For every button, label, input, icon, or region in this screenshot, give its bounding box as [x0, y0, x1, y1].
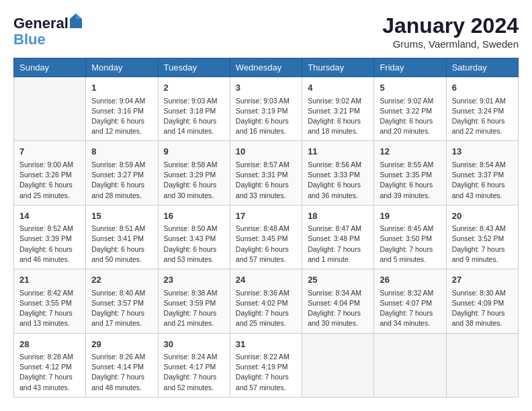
day-number: 12 — [380, 145, 440, 158]
calendar-cell: 6Sunrise: 9:01 AMSunset: 3:24 PMDaylight… — [446, 77, 518, 141]
day-number: 6 — [452, 81, 513, 95]
day-number: 25 — [308, 273, 368, 287]
day-number: 20 — [452, 210, 513, 223]
day-info: Sunrise: 8:54 AMSunset: 3:37 PMDaylight:… — [452, 160, 513, 201]
day-number: 21 — [19, 273, 80, 287]
calendar-cell: 10Sunrise: 8:57 AMSunset: 3:31 PMDayligh… — [230, 141, 302, 205]
calendar-cell: 25Sunrise: 8:34 AMSunset: 4:04 PMDayligh… — [302, 269, 374, 333]
day-info: Sunrise: 8:36 AMSunset: 4:02 PMDaylight:… — [236, 288, 296, 329]
day-number: 8 — [91, 145, 152, 158]
day-info: Sunrise: 9:02 AMSunset: 3:22 PMDaylight:… — [380, 96, 440, 137]
day-number: 2 — [164, 81, 224, 95]
day-number: 29 — [91, 338, 152, 351]
calendar-cell: 5Sunrise: 9:02 AMSunset: 3:22 PMDaylight… — [374, 77, 446, 141]
calendar-cell: 9Sunrise: 8:58 AMSunset: 3:29 PMDaylight… — [158, 141, 230, 205]
calendar-cell: 8Sunrise: 8:59 AMSunset: 3:27 PMDaylight… — [86, 141, 158, 205]
day-info: Sunrise: 8:57 AMSunset: 3:31 PMDaylight:… — [236, 160, 296, 201]
weekday-header-tuesday: Tuesday — [158, 58, 230, 77]
day-info: Sunrise: 9:03 AMSunset: 3:19 PMDaylight:… — [236, 96, 296, 137]
day-info: Sunrise: 8:58 AMSunset: 3:29 PMDaylight:… — [164, 160, 224, 201]
day-number: 17 — [236, 210, 296, 223]
calendar-cell: 13Sunrise: 8:54 AMSunset: 3:37 PMDayligh… — [446, 141, 518, 205]
day-number: 15 — [91, 210, 152, 223]
day-number: 1 — [91, 81, 152, 95]
calendar-cell: 7Sunrise: 9:00 AMSunset: 3:26 PMDaylight… — [14, 141, 86, 205]
day-number: 19 — [380, 210, 440, 223]
day-number: 30 — [164, 338, 224, 351]
location: Grums, Vaermland, Sweden — [382, 38, 519, 50]
calendar-cell: 19Sunrise: 8:45 AMSunset: 3:50 PMDayligh… — [374, 205, 446, 269]
day-number: 11 — [308, 145, 368, 158]
day-info: Sunrise: 9:03 AMSunset: 3:18 PMDaylight:… — [164, 96, 224, 137]
day-number: 24 — [236, 273, 296, 287]
calendar-cell — [14, 77, 86, 141]
day-info: Sunrise: 8:56 AMSunset: 3:33 PMDaylight:… — [308, 160, 368, 201]
calendar-week-row: 1Sunrise: 9:04 AMSunset: 3:16 PMDaylight… — [14, 77, 519, 141]
day-number: 22 — [91, 273, 152, 287]
day-info: Sunrise: 8:43 AMSunset: 3:52 PMDaylight:… — [452, 224, 513, 265]
day-number: 16 — [164, 210, 224, 223]
title-area: January 2024 Grums, Vaermland, Sweden — [382, 13, 519, 50]
day-info: Sunrise: 8:42 AMSunset: 3:55 PMDaylight:… — [19, 288, 80, 329]
logo-icon — [70, 13, 82, 28]
day-info: Sunrise: 8:59 AMSunset: 3:27 PMDaylight:… — [91, 160, 152, 201]
day-info: Sunrise: 9:02 AMSunset: 3:21 PMDaylight:… — [308, 96, 368, 137]
weekday-header-sunday: Sunday — [14, 58, 86, 77]
logo-text-blue: Blue — [13, 32, 83, 48]
svg-marker-1 — [76, 13, 82, 19]
day-number: 23 — [164, 273, 224, 287]
day-info: Sunrise: 8:45 AMSunset: 3:50 PMDaylight:… — [380, 224, 440, 265]
weekday-header-saturday: Saturday — [446, 58, 518, 77]
calendar-cell: 31Sunrise: 8:22 AMSunset: 4:19 PMDayligh… — [230, 333, 302, 397]
day-number: 4 — [308, 81, 368, 95]
day-info: Sunrise: 8:55 AMSunset: 3:35 PMDaylight:… — [380, 160, 440, 201]
day-number: 13 — [452, 145, 513, 158]
calendar-cell — [446, 333, 518, 397]
calendar-cell: 27Sunrise: 8:30 AMSunset: 4:09 PMDayligh… — [446, 269, 518, 333]
weekday-header-thursday: Thursday — [302, 58, 374, 77]
calendar-cell: 22Sunrise: 8:40 AMSunset: 3:57 PMDayligh… — [86, 269, 158, 333]
calendar-cell: 11Sunrise: 8:56 AMSunset: 3:33 PMDayligh… — [302, 141, 374, 205]
calendar-week-row: 14Sunrise: 8:52 AMSunset: 3:39 PMDayligh… — [14, 205, 519, 269]
calendar-cell: 4Sunrise: 9:02 AMSunset: 3:21 PMDaylight… — [302, 77, 374, 141]
calendar-week-row: 21Sunrise: 8:42 AMSunset: 3:55 PMDayligh… — [14, 269, 519, 333]
logo: General Blue — [13, 13, 83, 48]
day-info: Sunrise: 8:22 AMSunset: 4:19 PMDaylight:… — [236, 352, 296, 393]
day-number: 18 — [308, 210, 368, 223]
calendar-cell: 30Sunrise: 8:24 AMSunset: 4:17 PMDayligh… — [158, 333, 230, 397]
calendar-cell: 23Sunrise: 8:38 AMSunset: 3:59 PMDayligh… — [158, 269, 230, 333]
calendar-cell: 24Sunrise: 8:36 AMSunset: 4:02 PMDayligh… — [230, 269, 302, 333]
calendar-week-row: 7Sunrise: 9:00 AMSunset: 3:26 PMDaylight… — [14, 141, 519, 205]
calendar-header: SundayMondayTuesdayWednesdayThursdayFrid… — [14, 58, 519, 77]
month-year: January 2024 — [382, 13, 519, 38]
day-number: 26 — [380, 273, 440, 287]
calendar-cell: 2Sunrise: 9:03 AMSunset: 3:18 PMDaylight… — [158, 77, 230, 141]
day-info: Sunrise: 8:24 AMSunset: 4:17 PMDaylight:… — [164, 352, 224, 393]
day-info: Sunrise: 8:34 AMSunset: 4:04 PMDaylight:… — [308, 288, 368, 329]
calendar-cell: 17Sunrise: 8:48 AMSunset: 3:45 PMDayligh… — [230, 205, 302, 269]
calendar-cell: 26Sunrise: 8:32 AMSunset: 4:07 PMDayligh… — [374, 269, 446, 333]
day-number: 31 — [236, 338, 296, 351]
weekday-header-friday: Friday — [374, 58, 446, 77]
calendar-cell: 18Sunrise: 8:47 AMSunset: 3:48 PMDayligh… — [302, 205, 374, 269]
day-number: 10 — [236, 145, 296, 158]
calendar-cell: 14Sunrise: 8:52 AMSunset: 3:39 PMDayligh… — [14, 205, 86, 269]
logo-text: General — [13, 13, 83, 32]
day-number: 7 — [19, 145, 80, 158]
calendar-cell — [302, 333, 374, 397]
calendar-cell — [374, 333, 446, 397]
day-info: Sunrise: 8:51 AMSunset: 3:41 PMDaylight:… — [91, 224, 152, 265]
calendar-body: 1Sunrise: 9:04 AMSunset: 3:16 PMDaylight… — [14, 77, 519, 398]
calendar-cell: 20Sunrise: 8:43 AMSunset: 3:52 PMDayligh… — [446, 205, 518, 269]
day-number: 5 — [380, 81, 440, 95]
weekday-header-wednesday: Wednesday — [230, 58, 302, 77]
calendar-cell: 28Sunrise: 8:28 AMSunset: 4:12 PMDayligh… — [14, 333, 86, 397]
day-info: Sunrise: 9:04 AMSunset: 3:16 PMDaylight:… — [91, 96, 152, 137]
day-number: 3 — [236, 81, 296, 95]
calendar-cell: 1Sunrise: 9:04 AMSunset: 3:16 PMDaylight… — [86, 77, 158, 141]
header: General Blue January 2024 Grums, Vaermla… — [13, 13, 519, 50]
day-info: Sunrise: 8:52 AMSunset: 3:39 PMDaylight:… — [19, 224, 80, 265]
day-info: Sunrise: 9:01 AMSunset: 3:24 PMDaylight:… — [452, 96, 513, 137]
calendar-table: SundayMondayTuesdayWednesdayThursdayFrid… — [13, 58, 519, 398]
day-info: Sunrise: 8:50 AMSunset: 3:43 PMDaylight:… — [164, 224, 224, 265]
